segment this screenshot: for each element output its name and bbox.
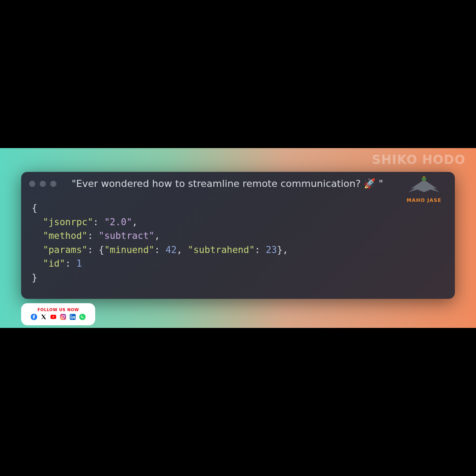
whatsapp-icon[interactable] xyxy=(78,313,86,321)
watermark-text: SHIKO HODO xyxy=(372,152,465,167)
social-icons-row xyxy=(30,313,86,321)
eagle-icon xyxy=(402,175,446,197)
svg-point-8 xyxy=(71,315,71,316)
x-twitter-icon[interactable] xyxy=(40,313,48,321)
svg-point-5 xyxy=(64,315,65,316)
window-titlebar: "Ever wondered how to streamline remote … xyxy=(21,172,455,195)
svg-rect-3 xyxy=(60,314,66,320)
code-block: { "jsonrpc": "2.0", "method": "subtract"… xyxy=(21,195,455,291)
social-follow-badge: FOLLOW US NOW xyxy=(21,303,95,325)
facebook-icon[interactable] xyxy=(30,313,38,321)
traffic-light-maximize-icon[interactable] xyxy=(50,181,56,187)
instagram-icon[interactable] xyxy=(59,313,67,321)
linkedin-icon[interactable] xyxy=(69,313,77,321)
brand-logo: MAHO JASE xyxy=(402,175,446,203)
svg-point-9 xyxy=(79,314,86,320)
social-title: FOLLOW US NOW xyxy=(37,308,79,312)
code-window: "Ever wondered how to streamline remote … xyxy=(21,172,455,299)
brand-name: MAHO JASE xyxy=(407,197,442,203)
svg-point-0 xyxy=(422,177,426,181)
svg-rect-7 xyxy=(71,316,71,319)
window-title: "Ever wondered how to streamline remote … xyxy=(61,178,447,189)
youtube-icon[interactable] xyxy=(49,313,57,321)
traffic-light-close-icon[interactable] xyxy=(29,181,35,187)
traffic-light-minimize-icon[interactable] xyxy=(40,181,46,187)
